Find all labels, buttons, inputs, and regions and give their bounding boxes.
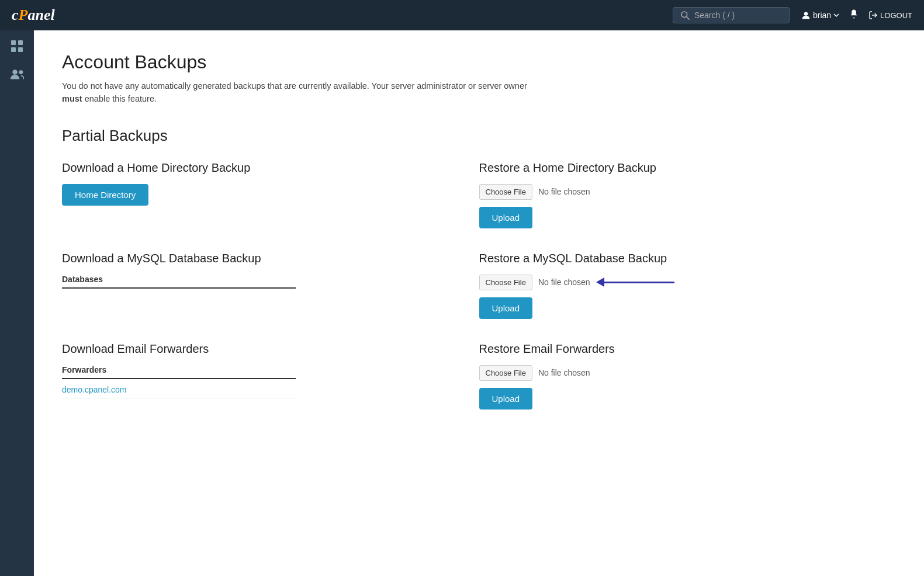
username: brian bbox=[813, 11, 831, 20]
restore-mysql-upload-button[interactable]: Upload bbox=[479, 297, 533, 319]
sidebar bbox=[0, 30, 34, 576]
restore-fwd-choose-file[interactable]: Choose File bbox=[479, 365, 532, 381]
restore-home-section: Restore a Home Directory Backup Choose F… bbox=[479, 161, 897, 252]
header-right: brian LOGOUT bbox=[801, 9, 912, 22]
restore-mysql-title: Restore a MySQL Database Backup bbox=[479, 252, 897, 265]
svg-rect-7 bbox=[18, 47, 23, 52]
forwarder-link[interactable]: demo.cpanel.com bbox=[62, 381, 296, 398]
download-forwarders-section: Download Email Forwarders Forwarders dem… bbox=[62, 342, 479, 433]
svg-point-2 bbox=[804, 12, 808, 15]
search-icon bbox=[680, 11, 690, 20]
page-title: Account Backups bbox=[62, 51, 896, 73]
restore-fwd-upload-button[interactable]: Upload bbox=[479, 388, 533, 410]
databases-divider bbox=[62, 287, 296, 289]
main-content: Account Backups You do not have any auto… bbox=[34, 30, 924, 576]
search-bar[interactable]: Search ( / ) bbox=[673, 7, 790, 23]
partial-backups-title: Partial Backups bbox=[62, 127, 896, 145]
forwarders-label: Forwarders bbox=[62, 365, 456, 374]
restore-home-file-row: Choose File No file chosen bbox=[479, 184, 897, 200]
sidebar-users-icon[interactable] bbox=[10, 68, 24, 84]
logout-icon bbox=[868, 11, 878, 20]
svg-rect-6 bbox=[11, 47, 16, 52]
logout-label: LOGOUT bbox=[880, 11, 912, 20]
search-placeholder: Search ( / ) bbox=[694, 11, 735, 20]
svg-point-8 bbox=[12, 70, 18, 75]
restore-home-title: Restore a Home Directory Backup bbox=[479, 161, 897, 175]
restore-mysql-file-row: Choose File No file chosen bbox=[479, 275, 897, 290]
home-directory-button[interactable]: Home Directory bbox=[62, 184, 148, 206]
restore-mysql-section: Restore a MySQL Database Backup Choose F… bbox=[479, 252, 897, 342]
svg-rect-5 bbox=[18, 40, 23, 45]
restore-home-no-file: No file chosen bbox=[538, 187, 590, 196]
partial-grid: Download a Home Directory Backup Home Di… bbox=[62, 161, 896, 433]
download-home-section: Download a Home Directory Backup Home Di… bbox=[62, 161, 479, 252]
cpanel-logo: cPanel bbox=[12, 6, 55, 24]
logout-button[interactable]: LOGOUT bbox=[868, 11, 912, 20]
restore-forwarders-section: Restore Email Forwarders Choose File No … bbox=[479, 342, 897, 433]
bell-icon[interactable] bbox=[849, 9, 859, 22]
user-icon bbox=[801, 11, 811, 20]
download-mysql-title: Download a MySQL Database Backup bbox=[62, 252, 456, 265]
forwarders-divider bbox=[62, 378, 296, 379]
download-forwarders-title: Download Email Forwarders bbox=[62, 342, 456, 356]
restore-home-upload-button[interactable]: Upload bbox=[479, 207, 533, 228]
arrow-annotation bbox=[596, 277, 674, 287]
chevron-down-icon bbox=[833, 12, 839, 18]
sidebar-grid-icon[interactable] bbox=[11, 40, 23, 56]
svg-point-9 bbox=[19, 70, 23, 74]
account-notice: You do not have any automatically genera… bbox=[62, 80, 530, 106]
header: cPanel Search ( / ) brian bbox=[0, 0, 924, 30]
svg-rect-4 bbox=[11, 40, 16, 45]
restore-forwarders-title: Restore Email Forwarders bbox=[479, 342, 897, 356]
svg-line-1 bbox=[686, 16, 689, 19]
databases-label: Databases bbox=[62, 275, 456, 284]
restore-home-choose-file[interactable]: Choose File bbox=[479, 184, 532, 200]
restore-fwd-file-row: Choose File No file chosen bbox=[479, 365, 897, 381]
restore-fwd-no-file: No file chosen bbox=[538, 368, 590, 377]
arrow-line bbox=[604, 282, 674, 283]
download-home-title: Download a Home Directory Backup bbox=[62, 161, 456, 175]
download-mysql-section: Download a MySQL Database Backup Databas… bbox=[62, 252, 479, 342]
restore-mysql-no-file: No file chosen bbox=[538, 277, 590, 287]
user-menu[interactable]: brian bbox=[801, 11, 839, 20]
restore-mysql-choose-file[interactable]: Choose File bbox=[479, 275, 532, 290]
arrow-head bbox=[596, 277, 604, 287]
